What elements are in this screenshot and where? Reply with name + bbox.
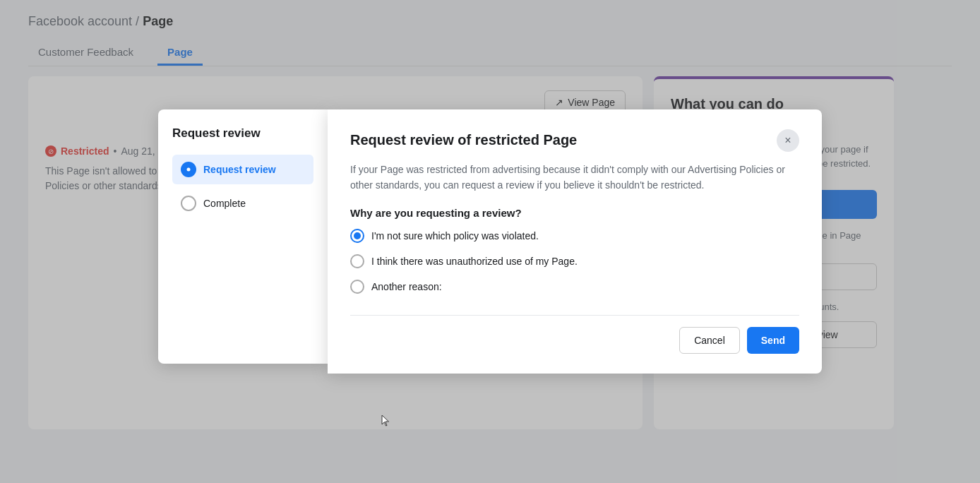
cursor-indicator xyxy=(381,415,390,427)
cancel-button[interactable]: Cancel xyxy=(679,327,740,354)
dialog-footer: Cancel Send xyxy=(350,315,799,354)
step-request-review[interactable]: Request review xyxy=(172,155,313,184)
svg-point-1 xyxy=(187,167,191,171)
left-panel-title: Request review xyxy=(172,126,313,141)
step-label-request-review: Request review xyxy=(203,164,276,175)
radio-label-0: I'm not sure which policy was violated. xyxy=(371,230,539,242)
radio-label-2: Another reason: xyxy=(371,281,442,292)
dialog-header: Request review of restricted Page × xyxy=(350,129,799,152)
radio-option-2[interactable]: Another reason: xyxy=(350,280,799,294)
radio-label-1: I think there was unauthorized use of my… xyxy=(371,256,578,267)
radio-option-1[interactable]: I think there was unauthorized use of my… xyxy=(350,254,799,268)
radio-circle-0 xyxy=(350,229,364,243)
radio-circle-1 xyxy=(350,254,364,268)
dialog-description: If your Page was restricted from adverti… xyxy=(350,162,799,193)
step-label-complete: Complete xyxy=(203,198,246,209)
step-icon-request-review xyxy=(181,162,196,177)
radio-inner-0 xyxy=(354,232,361,239)
dialog: Request review of restricted Page × If y… xyxy=(328,109,822,374)
close-button[interactable]: × xyxy=(777,129,799,152)
dialog-title: Request review of restricted Page xyxy=(350,132,577,148)
dialog-question: Why are you requesting a review? xyxy=(350,207,799,219)
dialog-wrapper: Request review Request review Complete R… xyxy=(158,109,822,374)
step-complete[interactable]: Complete xyxy=(172,189,313,218)
left-panel: Request review Request review Complete xyxy=(158,109,328,364)
modal-overlay: Request review Request review Complete R… xyxy=(0,0,980,483)
send-button[interactable]: Send xyxy=(747,327,799,354)
radio-option-0[interactable]: I'm not sure which policy was violated. xyxy=(350,229,799,243)
step-icon-complete xyxy=(181,196,196,211)
radio-circle-2 xyxy=(350,280,364,294)
